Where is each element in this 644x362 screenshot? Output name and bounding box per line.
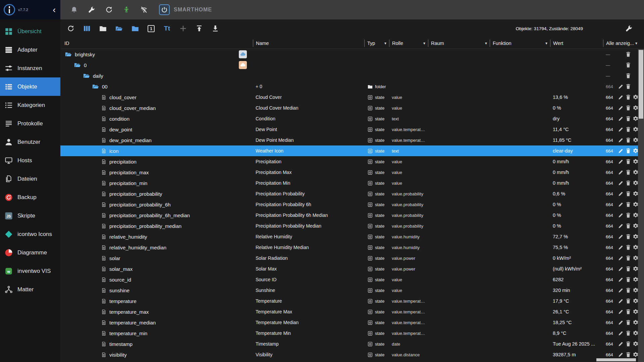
delete-icon[interactable] [625,169,631,175]
delete-icon[interactable] [625,105,631,111]
edit-icon[interactable] [618,137,624,143]
table-row-precipitation_max[interactable]: precipitation_max Precipitation Max stat… [60,167,638,178]
delete-icon[interactable] [625,319,631,325]
edit-icon[interactable] [618,180,624,186]
settings-icon[interactable] [633,105,638,111]
upload-button[interactable] [196,25,203,32]
table-row-brightsky[interactable]: brightsky — [60,49,638,60]
settings-icon[interactable] [633,266,638,272]
settings-icon[interactable] [633,244,638,250]
edit-icon[interactable] [618,309,624,315]
sidebar-item-skripte[interactable]: JSSkripte [0,206,60,225]
column-header-id[interactable]: ID [60,40,253,47]
expand-level-button[interactable] [131,25,139,32]
edit-icon[interactable] [618,266,624,272]
settings-icon[interactable] [633,277,638,283]
settings-icon[interactable] [633,319,638,325]
edit-icon[interactable] [618,244,624,250]
column-header-raum[interactable]: Raum▾ [428,40,490,47]
delete-icon[interactable] [625,116,631,122]
column-header-typ[interactable]: Typ▾ [364,40,389,47]
delete-icon[interactable] [625,159,631,165]
table-row-cloud_cover[interactable]: cloud_cover Cloud Cover state value 13,6… [60,92,638,103]
horizontal-scrollbar-thumb[interactable] [596,358,636,361]
chevron-left-icon[interactable]: ‹ [51,5,57,14]
smarthome-instance[interactable]: SMARTHOME [159,4,212,15]
table-row-temperature_min[interactable]: temperature_min Temperature Min state va… [60,328,638,339]
table-row-icon[interactable]: icon Weather Icon state text clear-day 6… [60,145,638,156]
table-row-visibility[interactable]: visibility Visibility state value.distan… [60,349,638,360]
notifications-icon[interactable] [70,6,78,13]
table-row-00[interactable]: 00 + 0 folder 664 [60,81,638,92]
settings-icon[interactable] [633,169,638,175]
edit-icon[interactable] [618,287,624,293]
edit-icon[interactable] [618,116,624,122]
edit-icon[interactable] [618,223,624,229]
column-header-name[interactable]: Name [253,40,364,47]
sidebar-item-kategorien[interactable]: Kategorien [0,96,60,114]
delete-icon[interactable] [625,330,631,336]
settings-icon[interactable] [633,148,638,154]
settings-icon[interactable] [633,234,638,240]
settings-icon[interactable] [633,116,638,122]
table-row-temperature[interactable]: temperature Temperature state value.temp… [60,296,638,306]
settings-icon[interactable] [633,298,638,304]
settings-icon[interactable] [633,201,638,207]
edit-icon[interactable] [618,191,624,197]
table-row-dew_point_median[interactable]: dew_point_median Dew Point Median state … [60,135,638,145]
table-row-relative_humidity[interactable]: relative_humidity Relative Humidity stat… [60,231,638,242]
edit-icon[interactable] [618,126,624,132]
table-row-solar[interactable]: solar Solar Radiation state value.power … [60,253,638,263]
settings-icon[interactable] [633,330,638,336]
settings-icon[interactable] [633,159,638,165]
table-row-condition[interactable]: condition Condition state text dry 664 [60,113,638,124]
text-size-button[interactable]: Tt [163,25,171,32]
sidebar-item-objekte[interactable]: Objekte [0,77,60,96]
settings-icon[interactable] [633,180,638,186]
table-row-daily[interactable]: daily — [60,70,638,81]
sync-icon[interactable] [105,6,113,13]
delete-icon[interactable] [625,277,631,283]
column-header-funktion[interactable]: Funktion▾ [490,40,550,47]
column-header-wert[interactable]: Wert [550,40,603,47]
sidebar-item-benutzer[interactable]: Benutzer [0,133,60,151]
settings-icon[interactable] [633,212,638,218]
settings-icon[interactable] [633,255,638,261]
host-eco-icon[interactable] [123,6,130,13]
sidebar-item-adapter[interactable]: Adapter [0,41,60,59]
sidebar-item-instanzen[interactable]: Instanzen [0,59,60,77]
table-row-timestamp[interactable]: timestamp Timestamp state date Tue Aug 2… [60,339,638,349]
delete-icon[interactable] [625,83,631,89]
edit-icon[interactable] [618,277,624,283]
settings-icon[interactable] [633,191,638,197]
table-row-precipitation_probability_median[interactable]: precipitation_probability_median Precipi… [60,221,638,231]
edit-icon[interactable] [618,105,624,111]
delete-icon[interactable] [625,234,631,240]
column-settings-wrench-button[interactable] [625,25,633,32]
delete-icon[interactable] [625,94,631,100]
delete-icon[interactable] [625,137,631,143]
edit-icon[interactable] [618,330,624,336]
delete-icon[interactable] [625,341,631,347]
vertical-scrollbar[interactable] [638,49,644,362]
column-header-rolle[interactable]: Rolle▾ [389,40,428,47]
table-row-sunshine[interactable]: sunshine Sunshine state value 320 min 66… [60,285,638,296]
delete-icon[interactable] [625,244,631,250]
sidebar-item-hosts[interactable]: Hosts [0,151,60,170]
table-row-solar_max[interactable]: solar_max Solar Max state value.power (n… [60,263,638,274]
sidebar-item-uebersicht[interactable]: Übersicht [0,22,60,41]
sidebar-item-dateien[interactable]: Dateien [0,170,60,188]
edit-icon[interactable] [618,148,624,154]
download-button[interactable] [212,25,219,32]
delete-icon[interactable] [625,191,631,197]
table-row-precipitation_min[interactable]: precipitation_min Precipitation Min stat… [60,178,638,188]
delete-icon[interactable] [625,201,631,207]
table-row-precipitation_probability_6h_median[interactable]: precipitation_probability_6h_median Prec… [60,210,638,221]
expand-all-button[interactable] [115,25,123,32]
sidebar-item-matter[interactable]: Matter [0,280,60,299]
edit-icon[interactable] [618,159,624,165]
delete-icon[interactable] [625,180,631,186]
delete-icon[interactable] [625,255,631,261]
delete-icon[interactable] [625,51,631,57]
depth-one-button[interactable]: 1 [148,25,155,32]
